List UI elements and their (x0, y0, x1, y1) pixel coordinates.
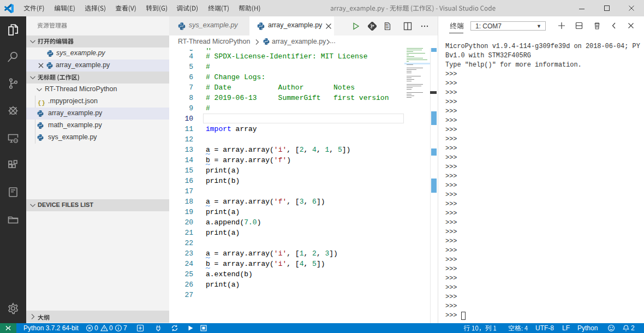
svg-text:10: 10 (386, 26, 389, 29)
